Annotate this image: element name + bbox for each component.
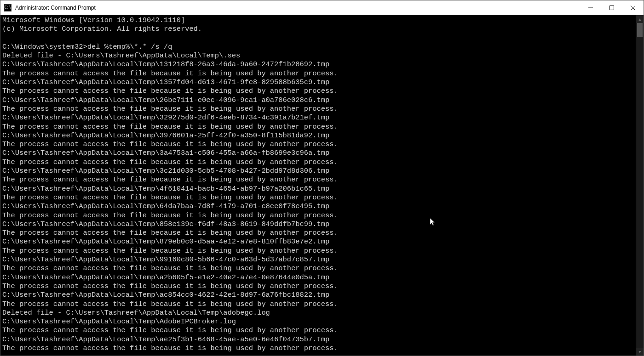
cmd-icon: C:\ [4, 4, 12, 11]
scrollbar-track[interactable] [636, 23, 644, 348]
terminal-output[interactable]: Microsoft Windows [Version 10.0.19042.11… [0, 15, 636, 356]
scroll-down-arrow[interactable]: ▼ [636, 348, 644, 356]
minimize-button[interactable] [580, 0, 601, 15]
close-button[interactable] [622, 0, 644, 15]
terminal-area: Microsoft Windows [Version 10.0.19042.11… [0, 15, 644, 356]
scroll-up-arrow[interactable]: ▲ [636, 15, 644, 23]
titlebar[interactable]: C:\ Administrator: Command Prompt [0, 0, 644, 15]
maximize-button[interactable] [601, 0, 622, 15]
window-title: Administrator: Command Prompt [15, 5, 96, 11]
window-controls [580, 0, 644, 15]
svg-rect-1 [610, 6, 614, 10]
scrollbar[interactable]: ▲ ▼ [636, 15, 644, 356]
scrollbar-thumb[interactable] [637, 23, 643, 37]
